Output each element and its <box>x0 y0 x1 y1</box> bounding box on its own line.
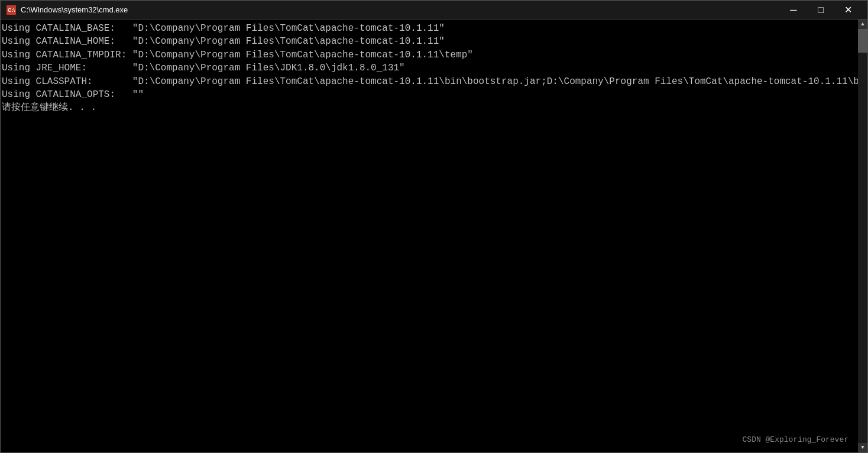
terminal-output: Using CATALINA_BASE: "D:\Company\Program… <box>1 20 858 452</box>
window-controls: ─ □ ✕ <box>780 1 861 20</box>
scrollbar-thumb[interactable] <box>858 29 867 53</box>
scroll-up-arrow[interactable]: ▲ <box>858 20 867 29</box>
minimize-button[interactable]: ─ <box>780 1 807 20</box>
window-title: C:\Windows\system32\cmd.exe <box>21 5 780 14</box>
title-bar: C:\ C:\Windows\system32\cmd.exe ─ □ ✕ <box>1 1 867 20</box>
scrollbar[interactable]: ▲ ▼ <box>858 20 867 452</box>
watermark-text: CSDN @Exploring_Forever <box>743 435 848 444</box>
close-button[interactable]: ✕ <box>834 1 861 20</box>
cmd-window: C:\ C:\Windows\system32\cmd.exe ─ □ ✕ Us… <box>0 0 868 453</box>
scroll-down-arrow[interactable]: ▼ <box>858 443 867 452</box>
terminal-lines: Using CATALINA_BASE: "D:\Company\Program… <box>2 22 856 115</box>
cmd-icon: C:\ <box>7 5 16 15</box>
content-area: Using CATALINA_BASE: "D:\Company\Program… <box>1 20 867 452</box>
maximize-button[interactable]: □ <box>807 1 834 20</box>
